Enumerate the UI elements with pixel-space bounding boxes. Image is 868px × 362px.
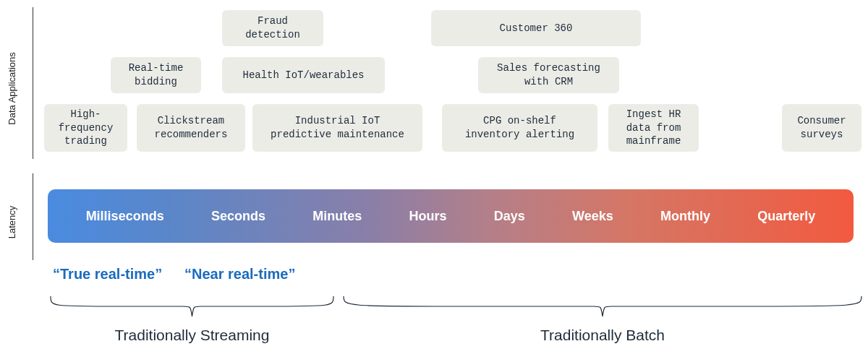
app-ingest-hr: Ingest HRdata frommainframe	[608, 104, 699, 152]
app-fraud-detection: Frauddetection	[222, 10, 323, 46]
bracket-batch: Traditionally Batch	[342, 295, 863, 353]
app-clickstream-recommenders: Clickstreamrecommenders	[137, 104, 245, 152]
app-customer-360: Customer 360	[431, 10, 641, 46]
latency-monthly: Monthly	[660, 209, 710, 224]
latency-milliseconds: Milliseconds	[86, 209, 164, 224]
label-true-real-time: “True real-time”	[53, 266, 162, 283]
app-high-frequency-trading: High-frequencytrading	[44, 104, 127, 152]
latency-seconds: Seconds	[211, 209, 265, 224]
section-label-latency: Latency	[7, 206, 17, 239]
caption-streaming: Traditionally Streaming	[49, 327, 335, 344]
latency-hours: Hours	[409, 209, 446, 224]
latency-minutes: Minutes	[312, 209, 362, 224]
app-cpg-alerting: CPG on-shelfinventory alerting	[442, 104, 597, 152]
latency-quarterly: Quarterly	[757, 209, 815, 224]
app-consumer-surveys: Consumersurveys	[782, 104, 861, 152]
caption-batch: Traditionally Batch	[342, 327, 863, 344]
data-applications-section: Data Applications Frauddetection Custome…	[33, 7, 861, 159]
bracket-streaming: Traditionally Streaming	[49, 295, 335, 353]
latency-section: Latency Milliseconds Seconds Minutes Hou…	[33, 173, 861, 260]
latency-weeks: Weeks	[572, 209, 613, 224]
app-real-time-bidding: Real-timebidding	[111, 57, 201, 93]
app-sales-forecasting: Sales forecastingwith CRM	[478, 57, 619, 93]
bottom-annotations: “True real-time” “Near real-time” Tradit…	[33, 266, 861, 360]
brace-icon	[49, 295, 335, 322]
brace-icon	[342, 295, 863, 322]
latency-days: Days	[494, 209, 525, 224]
section-label-apps: Data Applications	[7, 52, 17, 124]
app-industrial-iot: Industrial IoTpredictive maintenance	[252, 104, 422, 152]
label-near-real-time: “Near real-time”	[184, 266, 295, 283]
latency-gradient-bar: Milliseconds Seconds Minutes Hours Days …	[48, 189, 854, 243]
app-health-iot: Health IoT/wearables	[222, 57, 385, 93]
